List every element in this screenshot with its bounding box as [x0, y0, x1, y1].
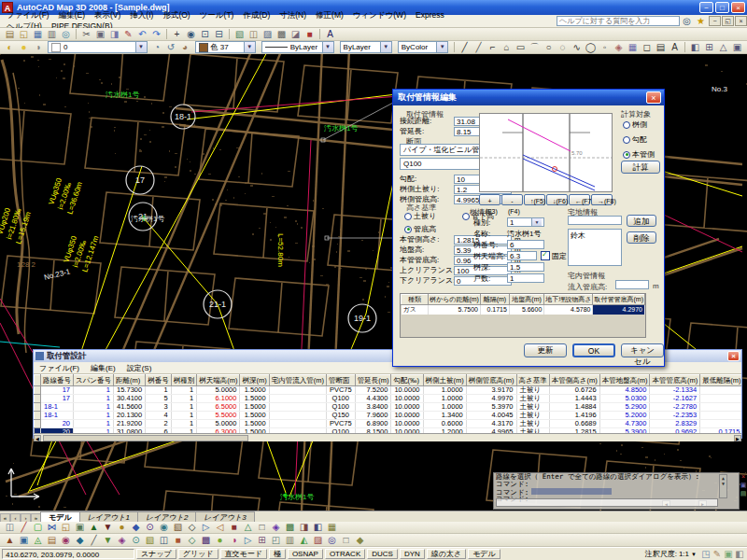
- table-cell[interactable]: 1: [74, 386, 114, 395]
- table-cell[interactable]: Q100: [326, 395, 355, 403]
- table-cell[interactable]: 1.5000: [240, 395, 269, 403]
- table-cell[interactable]: 1.0000: [423, 386, 466, 395]
- properties-icon[interactable]: ▧: [233, 29, 247, 40]
- column-header[interactable]: 桝側土被(m): [423, 375, 466, 386]
- table-cell[interactable]: 0.1715: [480, 305, 509, 315]
- table-cell[interactable]: 1.0000: [423, 403, 466, 412]
- masu-top-input[interactable]: 6.3: [507, 251, 537, 260]
- table-row[interactable]: 17115.7300115.00001.5000PVC757.520010.00…: [35, 386, 742, 395]
- block-tool-icon[interactable]: ◧: [688, 42, 702, 53]
- table-cell[interactable]: 1: [74, 412, 114, 420]
- column-header[interactable]: 桝からの距離(m): [428, 295, 480, 305]
- table-cell[interactable]: 6.5000: [197, 403, 240, 412]
- column-header[interactable]: 本管地盤高(m): [599, 375, 650, 386]
- menu-item[interactable]: 修正(M): [311, 9, 348, 21]
- cleanup-tool-icon[interactable]: ⊞: [255, 535, 269, 546]
- map-tool-icon[interactable]: ▦: [325, 522, 339, 533]
- mtext-icon[interactable]: A: [668, 42, 682, 53]
- chevron-down-icon[interactable]: ▼: [691, 552, 697, 557]
- status-tray-icon[interactable]: ◧: [734, 549, 745, 560]
- cleanup-tool-icon[interactable]: ◑: [227, 535, 241, 546]
- map-tool-icon[interactable]: ●: [115, 522, 129, 533]
- takuchi-input[interactable]: [568, 216, 622, 225]
- column-header[interactable]: 桝側管底高(m): [466, 375, 516, 386]
- table-cell[interactable]: [269, 403, 326, 412]
- cleanup-tool-icon[interactable]: ◉: [59, 535, 73, 546]
- spline-icon[interactable]: ∿: [570, 42, 584, 53]
- toggle-極[interactable]: 極: [269, 549, 286, 559]
- command-line-window[interactable]: 路線を選択（ Enter で全ての路線の選択ダイアログを表示）:コマンド:コマン…: [493, 472, 740, 510]
- sheetset-icon[interactable]: ▩: [275, 29, 289, 40]
- open-icon[interactable]: ◱: [17, 29, 31, 40]
- table-cell[interactable]: 2.8329: [650, 420, 700, 428]
- table-cell[interactable]: 10.0000: [391, 420, 423, 428]
- preview-move-button[interactable]: -(F4): [501, 194, 523, 205]
- table-cell[interactable]: [700, 420, 741, 428]
- table-cell[interactable]: 土被り: [516, 395, 549, 403]
- map-tool-icon[interactable]: □: [255, 522, 269, 533]
- layer-freeze-icon[interactable]: ◑: [31, 42, 45, 53]
- table-cell[interactable]: 1.5000: [240, 403, 269, 412]
- cleanup-tool-icon[interactable]: ▼: [101, 535, 115, 546]
- menu-item[interactable]: ファイル(F): [2, 9, 54, 21]
- cleanup-tool-icon[interactable]: ⊙: [129, 535, 143, 546]
- map-tool-icon[interactable]: ◧: [311, 522, 325, 533]
- chevron-down-icon[interactable]: ▼: [135, 42, 147, 52]
- table-cell[interactable]: 1.5000: [240, 420, 269, 428]
- table-cell[interactable]: 1: [146, 386, 172, 395]
- plot-icon[interactable]: ▥: [45, 29, 59, 40]
- cleanup-tool-icon[interactable]: ▧: [143, 535, 157, 546]
- column-header[interactable]: 距離(m): [114, 375, 146, 386]
- table-cell[interactable]: [700, 403, 741, 412]
- map-tool-icon[interactable]: ╱: [17, 522, 31, 533]
- table-cell[interactable]: 1.5000: [240, 428, 269, 434]
- matchprop-icon[interactable]: ✎: [121, 29, 135, 40]
- menu-item[interactable]: 形式(O): [158, 9, 194, 21]
- map-tool-icon[interactable]: ▩: [283, 522, 297, 533]
- table-cell[interactable]: [269, 386, 326, 395]
- takuchi-list[interactable]: 鈴木: [568, 229, 622, 266]
- map-tool-icon[interactable]: ◨: [297, 522, 311, 533]
- table-cell[interactable]: 20.1300: [114, 412, 146, 420]
- table-cell[interactable]: 20: [41, 420, 74, 428]
- maximize-button[interactable]: □: [715, 2, 729, 13]
- cleanup-tool-icon[interactable]: ◇: [185, 535, 199, 546]
- table-cell[interactable]: [700, 395, 741, 403]
- table-cell[interactable]: 4.5780: [544, 305, 593, 315]
- table-row[interactable]: 20121.9200215.00001.5000PVC756.890010.00…: [35, 420, 742, 428]
- zoom-previous-icon[interactable]: ⊟: [212, 29, 226, 40]
- table-cell[interactable]: 1: [171, 395, 197, 403]
- radio-土被り[interactable]: 土被り: [404, 211, 458, 221]
- table-cell[interactable]: 4.0045: [466, 412, 516, 420]
- row-selector[interactable]: [35, 412, 41, 420]
- polyline-icon[interactable]: ⌐: [486, 42, 500, 53]
- cleanup-tool-icon[interactable]: ▩: [199, 535, 213, 546]
- table-cell[interactable]: -2.1334: [650, 386, 700, 395]
- pan-icon[interactable]: +: [170, 29, 184, 40]
- design-menu-item[interactable]: 設定(S): [121, 363, 158, 373]
- map-tool-icon[interactable]: ▲: [87, 522, 101, 533]
- color-combo[interactable]: 色 37 ▼: [195, 41, 256, 53]
- table-cell[interactable]: 31.0800: [114, 428, 146, 434]
- table-cell[interactable]: 5.3970: [466, 403, 516, 412]
- toggle-モデル[interactable]: モデル: [468, 549, 500, 559]
- table-cell[interactable]: 30.4100: [114, 395, 146, 403]
- map-tool-icon[interactable]: ⊙: [143, 522, 157, 533]
- row-selector[interactable]: [35, 403, 41, 412]
- menu-item[interactable]: 作成(D): [238, 9, 275, 21]
- table-cell[interactable]: 1: [171, 420, 197, 428]
- layer-properties-icon[interactable]: ◐: [3, 42, 17, 53]
- list-item[interactable]: 鈴木: [571, 231, 619, 241]
- map-tool-icon[interactable]: ◫: [3, 522, 17, 533]
- chevron-down-icon[interactable]: ▼: [322, 42, 333, 52]
- plot-preview-icon[interactable]: ◎: [59, 29, 73, 40]
- mdi-close-icon[interactable]: ×: [735, 16, 747, 26]
- delete-button[interactable]: 削除: [627, 231, 656, 244]
- table-row[interactable]: 20131.0800616.30001.5000Q1008.150010.000…: [35, 428, 742, 434]
- menu-item[interactable]: 挿入(I): [125, 9, 158, 21]
- make-layer-current-icon[interactable]: ◔: [150, 42, 164, 53]
- linetype-combo[interactable]: ByLayer ▼: [261, 41, 334, 53]
- table-cell[interactable]: Q150: [326, 412, 355, 420]
- table-cell[interactable]: 0.6000: [423, 420, 466, 428]
- cleanup-tool-icon[interactable]: ◎: [325, 535, 339, 546]
